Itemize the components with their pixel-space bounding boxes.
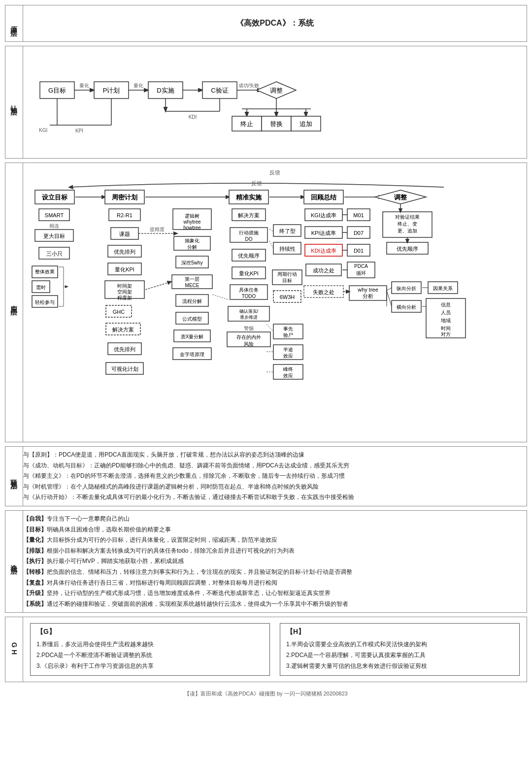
svg-text:优先顺序: 优先顺序 [238, 253, 260, 259]
svg-text:因果关系: 因果关系 [433, 286, 453, 291]
iterate-item-3: 【排版】根据小目标和解决方案去转换成为可行的具体任务todo，排除冗余后并且进行… [23, 546, 527, 557]
svg-line-207 [212, 295, 228, 299]
gh-h-item-1: 1.半周会议需要企业高效的工作模式和灵活快速的架构 [286, 639, 513, 650]
gh-label: GH [5, 617, 23, 682]
svg-text:C验证: C验证 [211, 87, 228, 94]
svg-text:金字塔原理: 金字塔原理 [180, 352, 204, 357]
svg-text:成功之处: 成功之处 [313, 267, 334, 273]
gh-h-item-2: 2.PDCA是一个容易理解，可需要认真摸索掌握的工具 [286, 650, 513, 661]
svg-line-179 [387, 288, 392, 291]
svg-text:半途: 半途 [283, 347, 293, 352]
svg-text:TODO: TODO [242, 294, 256, 299]
contact-line-1: 与【原则】：PDCA便是道，用PDCA直面现实，头脑开放，打破常规，想办法以从容… [23, 450, 527, 461]
svg-line-96 [145, 282, 171, 290]
svg-text:目标: 目标 [282, 278, 292, 283]
gh-g-title: 【G】 [36, 628, 264, 636]
svg-text:需时: 需时 [36, 285, 46, 290]
cognition-svg: G目标 量化 P计划 量化 D实施 C验证 成功/失 [30, 52, 483, 151]
svg-text:量化KPI: 量化KPI [239, 270, 259, 276]
iterate-item-1: 【目标】明确具体且困难合理，选取长期价值的精要之事 [23, 525, 527, 535]
svg-text:持续性: 持续性 [279, 246, 296, 252]
application-layer: 应用层 反馈 反馈 设立目标 [5, 163, 527, 442]
svg-text:程度架: 程度架 [117, 295, 132, 300]
svg-text:追加: 追加 [299, 120, 312, 128]
svg-text:逐步推进: 逐步推进 [240, 315, 258, 320]
svg-text:MECE: MECE [185, 283, 200, 288]
gh-h-section: 【H】 1.半周会议需要企业高效的工作模式和灵活快速的架构 2.PDCA是一个容… [280, 623, 520, 676]
cognition-label: 认知层 [5, 46, 23, 158]
svg-text:课题: 课题 [119, 231, 130, 237]
svg-text:KDI达成率: KDI达成率 [311, 248, 336, 254]
svg-text:轻松参与: 轻松参与 [35, 299, 55, 305]
principle-label: 原理层 [5, 5, 23, 41]
svg-text:量化: 量化 [79, 83, 89, 88]
svg-text:第一层: 第一层 [185, 276, 200, 282]
iterate-item-6: 【复盘】对具体行动任务进行吾日三省，对指标进行每周回顾跟踪调整，对整体目标每月进… [23, 578, 527, 589]
gh-row: 【G】 1.养懂后，多次运用会使得生产流程越来越快 2.PDCA是一个不断澄清不… [30, 623, 520, 676]
gh-g-item-2: 2.PDCA是一个不断澄清不断验证调整的系统 [36, 650, 264, 661]
svg-text:行动措施: 行动措施 [239, 230, 259, 235]
iterate-content: 【自我】专注当下一心一意攀爬自己的山【目标】明确具体且困难合理，选取长期价值的精… [23, 511, 527, 612]
svg-text:更大目标: 更大目标 [43, 233, 65, 239]
svg-text:确认落实/: 确认落实/ [239, 309, 259, 314]
svg-text:替换: 替换 [270, 120, 283, 128]
svg-text:P计划: P计划 [103, 87, 120, 94]
contact-layer: 联系层 与【原则】：PDCA便是道，用PDCA直面现实，头脑开放，打破常规，想办… [5, 446, 527, 506]
cognition-layer: 认知层 G目标 量化 P计划 量化 D实施 [5, 46, 527, 159]
svg-text:终止: 终止 [240, 120, 253, 128]
svg-text:公式模型: 公式模型 [182, 316, 202, 322]
contact-content: 与【原则】：PDCA便是道，用PDCA直面现实，头脑开放，打破常规，想办法以从容… [23, 447, 527, 506]
svg-line-180 [387, 291, 392, 306]
gh-g-item-3: 3.《启示录》有利于工作学习资源信息的共享 [36, 661, 264, 672]
svg-text:事先: 事先 [283, 326, 293, 331]
svg-text:优先排列: 优先排列 [114, 249, 135, 255]
svg-line-154 [269, 229, 273, 231]
svg-text:优先顺序: 优先顺序 [397, 246, 418, 252]
footer: 【读】富田和成《高效PDCA》碰撞图 by 一闪一闪猪猪精 20200823 [5, 686, 527, 701]
svg-text:调整: 调整 [270, 87, 283, 94]
svg-text:信息: 信息 [441, 302, 451, 307]
svg-text:KDI: KDI [189, 114, 197, 120]
svg-text:更、追加: 更、追加 [398, 228, 417, 233]
svg-text:终止、变: 终止、变 [398, 221, 417, 227]
svg-text:G目标: G目标 [48, 87, 66, 94]
contact-line-3: 与《精要主义》：在PD的环节不断去澄清，选择有意义的少数重点，排除冗余，不断取舍… [23, 471, 527, 482]
svg-text:警惕: 警惕 [244, 326, 254, 331]
iterate-item-0: 【自我】专注当下一心一意攀爬自己的山 [23, 514, 527, 525]
svg-text:D实施: D实施 [157, 87, 174, 94]
svg-text:回顾总结: 回顾总结 [311, 194, 337, 201]
svg-text:效应: 效应 [283, 353, 293, 359]
svg-text:whytree: whytree [183, 219, 200, 225]
svg-text:DO: DO [245, 236, 253, 242]
svg-text:效应: 效应 [283, 373, 293, 378]
svg-text:量化: 量化 [133, 83, 143, 88]
svg-text:逻辑树: 逻辑树 [185, 213, 200, 219]
svg-text:优先排列: 优先排列 [114, 346, 135, 352]
svg-text:地域: 地域 [440, 318, 451, 323]
svg-text:质X量分解: 质X量分解 [181, 334, 204, 339]
svg-text:对验证结果: 对验证结果 [395, 214, 420, 220]
gh-h-title: 【H】 [286, 628, 513, 636]
svg-text:存在的内外: 存在的内外 [236, 334, 261, 340]
svg-text:循环: 循环 [356, 270, 366, 276]
page-wrapper: 原理层 《高效PDCA》：系统 认知层 G目标 量化 P计划 量化 [0, 0, 532, 706]
svg-text:相连: 相连 [49, 223, 59, 229]
svg-text:解决方案: 解决方案 [112, 327, 134, 332]
svg-text:反馈: 反馈 [251, 180, 262, 186]
application-svg: 反馈 设立目标 SMART 相连 更大目标 三小只 整体效果 [30, 178, 498, 434]
gh-layer: GH 【G】 1.养懂后，多次运用会使得生产流程越来越快 2.PDCA是一个不断… [5, 617, 527, 682]
principle-title: 《高效PDCA》：系统 [30, 11, 520, 35]
svg-text:纵向分折: 纵向分折 [397, 286, 416, 291]
iterate-layer: 迭代层 【自我】专注当下一心一意攀爬自己的山【目标】明确具体且困难合理，选取长期… [5, 510, 527, 613]
application-label: 应用层 [5, 163, 23, 442]
svg-text:调整: 调整 [394, 194, 407, 201]
svg-text:设立目标: 设立目标 [42, 194, 68, 201]
contact-line-5: 与《从行动开始》：不断去量化成具体可行的最小化行为，不断去验证，通过碰撞去不断尝… [23, 492, 527, 503]
svg-text:整体效果: 整体效果 [35, 269, 55, 274]
svg-text:量化KPI: 量化KPI [115, 266, 134, 272]
iterate-item-7: 【升级】坚持，让行动型的生产模式形成习惯，适当增加难度或条件，不断迭代形成新常态… [23, 588, 527, 599]
svg-text:D01: D01 [354, 248, 364, 254]
svg-text:时间: 时间 [441, 326, 451, 331]
iterate-item-5: 【转移】把负面的信念、情绪和压力，转移注意力到事实和行为上，专注现在的现实，并且… [23, 567, 527, 578]
svg-text:KPI达成率: KPI达成率 [311, 230, 336, 236]
